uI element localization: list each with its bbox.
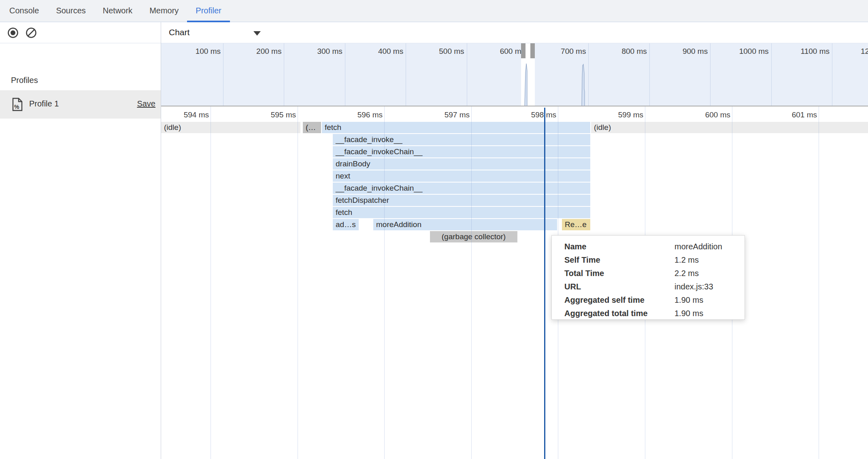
record-icon bbox=[6, 26, 19, 39]
tab-console[interactable]: Console bbox=[1, 0, 47, 21]
flame-bar[interactable]: next bbox=[333, 170, 590, 182]
flame-ruler-label: 594 ms bbox=[161, 110, 209, 119]
chevron-down-icon bbox=[253, 31, 261, 36]
save-profile-link[interactable]: Save bbox=[137, 99, 155, 108]
tooltip-row: Self Time1.2 ms bbox=[552, 253, 745, 267]
flame-bar[interactable]: (idle) bbox=[161, 122, 300, 133]
flame-bar[interactable]: (garbage collector) bbox=[430, 231, 517, 242]
flame-bar[interactable]: __facade_invokeChain__ bbox=[333, 146, 590, 157]
timeline-overview[interactable]: 100 ms200 ms300 ms400 ms500 ms600 ms700 … bbox=[161, 43, 868, 106]
flame-gridline bbox=[471, 106, 472, 459]
overview-tick-label: 500 ms bbox=[402, 47, 464, 56]
flame-chart[interactable]: 594 ms595 ms596 ms597 ms598 ms599 ms600 … bbox=[161, 106, 868, 459]
tab-profiler[interactable]: Profiler bbox=[187, 0, 230, 21]
tooltip-label: Aggregated total time bbox=[564, 307, 674, 320]
profiles-heading: Profiles bbox=[11, 76, 38, 85]
flame-ruler-label: 600 ms bbox=[679, 110, 730, 119]
flame-bar[interactable]: Re…e bbox=[562, 219, 590, 230]
overview-tick-label: 900 ms bbox=[645, 47, 708, 56]
overview-tick-label: 300 ms bbox=[280, 47, 343, 56]
tooltip-value: 2.2 ms bbox=[674, 269, 699, 278]
profile-document-icon: % bbox=[12, 98, 23, 111]
tooltip-row: Aggregated self time1.90 ms bbox=[552, 293, 745, 307]
tooltip-label: Aggregated self time bbox=[564, 293, 674, 307]
profiles-sidebar: Profiles CPU PROFILES % Profile 1 Save bbox=[0, 22, 161, 459]
overview-tick-label: 1100 ms bbox=[767, 47, 830, 56]
overview-tick-label: 100 ms bbox=[161, 47, 221, 56]
flame-ruler-label: 597 ms bbox=[419, 110, 470, 119]
selection-right-handle[interactable] bbox=[530, 43, 535, 58]
flame-bar[interactable]: (idle) bbox=[591, 122, 868, 133]
overview-tick-label: 1000 ms bbox=[706, 47, 769, 56]
view-mode-dropdown[interactable]: Chart bbox=[161, 22, 266, 43]
tab-sources[interactable]: Sources bbox=[47, 0, 94, 21]
svg-text:%: % bbox=[14, 104, 19, 110]
tooltip-row: NamemoreAddition bbox=[552, 240, 745, 253]
tooltip-value: moreAddition bbox=[674, 242, 722, 251]
overview-tick-label: 400 ms bbox=[341, 47, 403, 56]
tooltip-label: Self Time bbox=[564, 253, 674, 267]
devtools-tab-bar: ConsoleSourcesNetworkMemoryProfiler bbox=[0, 0, 868, 22]
tab-network[interactable]: Network bbox=[94, 0, 141, 21]
tooltip-value: 1.90 ms bbox=[674, 309, 703, 318]
tooltip-label: URL bbox=[564, 280, 674, 293]
tooltip-row: URLindex.js:33 bbox=[552, 280, 745, 293]
frame-info-tooltip: NamemoreAdditionSelf Time1.2 msTotal Tim… bbox=[551, 235, 745, 320]
flame-ruler-label: 599 ms bbox=[592, 110, 643, 119]
tooltip-label: Total Time bbox=[564, 267, 674, 280]
current-time-marker bbox=[544, 108, 545, 459]
flame-bar[interactable]: fetch bbox=[333, 207, 590, 218]
overview-tick-label: 800 ms bbox=[585, 47, 647, 56]
flame-bar[interactable]: __facade_invoke__ bbox=[333, 134, 590, 145]
flame-ruler-label: 596 ms bbox=[332, 110, 383, 119]
tooltip-value: 1.90 ms bbox=[674, 295, 703, 304]
flame-bar[interactable]: __facade_invokeChain__ bbox=[333, 183, 590, 194]
flame-ruler-label: 598 ms bbox=[505, 110, 556, 119]
flame-bar[interactable]: fetch bbox=[322, 122, 590, 133]
circle-slash-icon bbox=[25, 26, 38, 39]
view-mode-label: Chart bbox=[169, 28, 189, 37]
flame-gridline bbox=[819, 106, 819, 459]
profile-name: Profile 1 bbox=[29, 99, 59, 108]
tab-memory[interactable]: Memory bbox=[141, 0, 187, 21]
tooltip-value: 1.2 ms bbox=[674, 255, 699, 264]
clear-button[interactable] bbox=[25, 26, 38, 39]
profiler-toolbar: Chart bbox=[161, 22, 868, 43]
overview-tick-label: 600 ms bbox=[463, 47, 525, 56]
overview-tick-label: 200 ms bbox=[219, 47, 281, 56]
flame-bar[interactable]: moreAddition bbox=[373, 219, 557, 230]
overview-tick-label: 12 bbox=[861, 47, 868, 56]
sidebar-toolbar bbox=[0, 22, 161, 43]
flame-ruler-label: 601 ms bbox=[766, 110, 817, 119]
flame-bar[interactable]: drainBody bbox=[333, 158, 590, 170]
flame-ruler-label: 595 ms bbox=[245, 110, 296, 119]
profile-row[interactable]: % Profile 1 Save bbox=[0, 90, 161, 119]
flame-bar[interactable]: ad…s bbox=[333, 219, 359, 230]
tooltip-value: index.js:33 bbox=[674, 282, 713, 291]
tooltip-row: Aggregated total time1.90 ms bbox=[552, 307, 745, 320]
flame-gridline bbox=[384, 106, 385, 459]
flame-bar[interactable]: (… bbox=[303, 122, 321, 133]
selection-left-handle[interactable] bbox=[521, 43, 525, 58]
tooltip-row: Total Time2.2 ms bbox=[552, 267, 745, 280]
tooltip-label: Name bbox=[564, 240, 674, 253]
flame-bar[interactable]: fetchDispatcher bbox=[333, 195, 590, 206]
flame-gridline bbox=[211, 106, 211, 459]
flame-gridline bbox=[298, 106, 298, 459]
record-button[interactable] bbox=[6, 26, 19, 39]
